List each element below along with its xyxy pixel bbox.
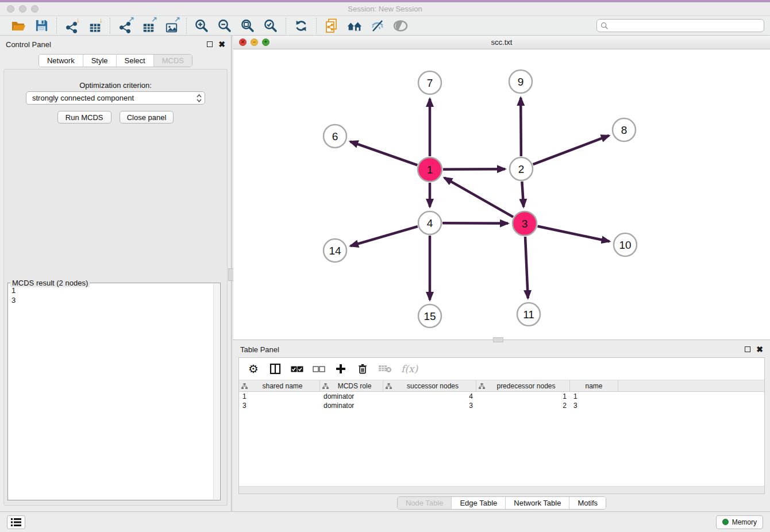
function-builder-icon[interactable]: f(x) xyxy=(401,362,418,376)
column-header-name[interactable]: name xyxy=(570,380,618,391)
result-scrollbar[interactable] xyxy=(213,284,220,499)
splitter-grip[interactable] xyxy=(493,337,503,342)
export-image-icon[interactable]: ↗ xyxy=(163,18,179,34)
tab-network[interactable]: Network xyxy=(39,55,83,67)
graph-edge-4-14[interactable] xyxy=(351,226,418,246)
cell-shared-name[interactable]: 1 xyxy=(239,392,320,400)
graph-edge-2-9[interactable] xyxy=(521,98,521,156)
tab-network-table[interactable]: Network Table xyxy=(505,497,569,509)
tab-mcds[interactable]: MCDS xyxy=(153,55,192,67)
network-close-button[interactable]: ✕ xyxy=(239,38,247,46)
tree-icon xyxy=(386,383,392,389)
cell-shared-name[interactable]: 3 xyxy=(239,402,320,410)
graph-edge-4-3[interactable] xyxy=(442,223,508,223)
table-panel: Table Panel ✖ ⚙ xyxy=(233,342,770,511)
tab-node-table[interactable]: Node Table xyxy=(398,497,452,509)
network-graph[interactable]: 7968124314101511 xyxy=(233,49,769,339)
column-header-successor-nodes[interactable]: successor nodes xyxy=(383,380,476,391)
zoom-window-button[interactable] xyxy=(31,5,38,13)
tab-style[interactable]: Style xyxy=(83,55,116,67)
minimize-window-button[interactable] xyxy=(19,5,26,13)
criterion-dropdown[interactable]: strongly connected component xyxy=(26,91,205,105)
refresh-icon[interactable] xyxy=(293,18,309,34)
cell-mcds-role[interactable]: dominator xyxy=(320,402,383,410)
close-window-button[interactable] xyxy=(7,5,14,13)
application-window: Session: New Session ↓ ↓ xyxy=(0,0,770,532)
delete-table-icon[interactable] xyxy=(378,362,392,376)
tab-motifs[interactable]: Motifs xyxy=(569,497,606,509)
network-view-window: ✕ − + scc.txt 7968124314101511 xyxy=(233,36,770,340)
import-network-icon[interactable]: ↓ xyxy=(64,18,80,34)
zoom-in-icon[interactable] xyxy=(194,18,210,34)
cell-predecessor-nodes[interactable]: 2 xyxy=(476,402,570,410)
show-graphics-details-icon[interactable] xyxy=(392,18,409,34)
node-table: shared name MCDS role successor nodes pr… xyxy=(239,380,764,410)
cell-name[interactable]: 1 xyxy=(570,392,618,400)
search-field[interactable] xyxy=(596,19,764,32)
column-header-shared-name[interactable]: shared name xyxy=(239,380,320,391)
graph-node-label: 9 xyxy=(518,76,524,88)
graph-edge-3-10[interactable] xyxy=(538,226,610,241)
graph-edge-2-3[interactable] xyxy=(522,182,523,207)
network-maximize-button[interactable]: + xyxy=(262,38,270,46)
graph-node-label: 3 xyxy=(522,218,528,230)
new-network-from-selection-icon[interactable] xyxy=(324,18,340,34)
column-header-predecessor-nodes[interactable]: predecessor nodes xyxy=(476,380,570,391)
save-session-icon[interactable] xyxy=(33,18,49,34)
cell-name[interactable]: 3 xyxy=(570,402,618,410)
zoom-selected-icon[interactable] xyxy=(263,18,279,34)
cell-mcds-role[interactable]: dominator xyxy=(320,392,383,400)
close-panel-icon[interactable]: ✖ xyxy=(756,345,763,353)
table-row[interactable]: 1 dominator 4 1 1 xyxy=(239,392,764,401)
graph-edge-3-1[interactable] xyxy=(444,178,513,217)
export-arrow-overlay-icon: ↗ xyxy=(128,16,134,23)
select-all-icon[interactable] xyxy=(291,362,303,376)
network-canvas[interactable]: 7968124314101511 xyxy=(233,49,770,340)
tree-icon xyxy=(322,383,329,389)
zoom-out-icon[interactable] xyxy=(217,18,233,34)
search-input[interactable] xyxy=(611,22,760,30)
float-panel-icon[interactable] xyxy=(745,346,750,352)
mcds-result-box: MCDS result (2 nodes) 1 3 xyxy=(7,283,221,500)
graph-edge-1-6[interactable] xyxy=(350,141,417,165)
add-column-icon[interactable] xyxy=(334,362,347,376)
cell-predecessor-nodes[interactable]: 1 xyxy=(476,392,570,400)
window-controls xyxy=(7,5,38,13)
mcds-panel: Optimization criterion: strongly connect… xyxy=(3,69,228,506)
network-minimize-button[interactable]: − xyxy=(251,38,258,46)
tab-edge-table[interactable]: Edge Table xyxy=(451,497,505,509)
titlebar: Session: New Session xyxy=(0,2,770,16)
run-mcds-button[interactable]: Run MCDS xyxy=(57,111,111,124)
import-table-icon[interactable]: ↓ xyxy=(87,18,103,34)
first-neighbors-icon[interactable] xyxy=(346,18,363,34)
close-panel-icon[interactable]: ✖ xyxy=(218,40,225,48)
table-scrollbar[interactable] xyxy=(239,486,764,494)
task-history-button[interactable] xyxy=(7,515,25,529)
close-panel-button[interactable]: Close panel xyxy=(120,111,174,124)
delete-column-icon[interactable] xyxy=(356,362,369,376)
graph-edge-1-2[interactable] xyxy=(443,169,505,169)
export-network-icon[interactable]: ↗ xyxy=(117,18,133,34)
tab-select[interactable]: Select xyxy=(116,55,153,67)
split-panel-icon[interactable] xyxy=(269,362,282,376)
graph-edge-3-11[interactable] xyxy=(525,237,528,298)
open-file-icon[interactable] xyxy=(10,18,26,34)
horizontal-splitter[interactable] xyxy=(233,340,770,342)
memory-button[interactable]: Memory xyxy=(716,515,763,529)
graph-edge-2-8[interactable] xyxy=(533,136,609,164)
window-title: Session: New Session xyxy=(0,5,770,13)
cell-successor-nodes[interactable]: 4 xyxy=(383,392,476,400)
zoom-fit-content-icon[interactable] xyxy=(240,18,256,34)
hide-selected-icon[interactable] xyxy=(369,18,386,34)
export-table-icon[interactable]: ↗ xyxy=(140,18,156,34)
column-header-mcds-role[interactable]: MCDS role xyxy=(320,380,383,391)
export-arrow-overlay-icon: ↗ xyxy=(174,16,180,23)
optimization-criterion-label: Optimization criterion: xyxy=(4,81,227,90)
table-row[interactable]: 3 dominator 3 2 3 xyxy=(239,401,764,410)
toolbar-separator xyxy=(110,18,110,34)
table-settings-icon[interactable]: ⚙ xyxy=(247,362,260,376)
graph-node-label: 8 xyxy=(621,124,627,136)
cell-successor-nodes[interactable]: 3 xyxy=(383,402,476,410)
deselect-all-icon[interactable] xyxy=(313,362,325,376)
float-panel-icon[interactable] xyxy=(207,41,213,47)
